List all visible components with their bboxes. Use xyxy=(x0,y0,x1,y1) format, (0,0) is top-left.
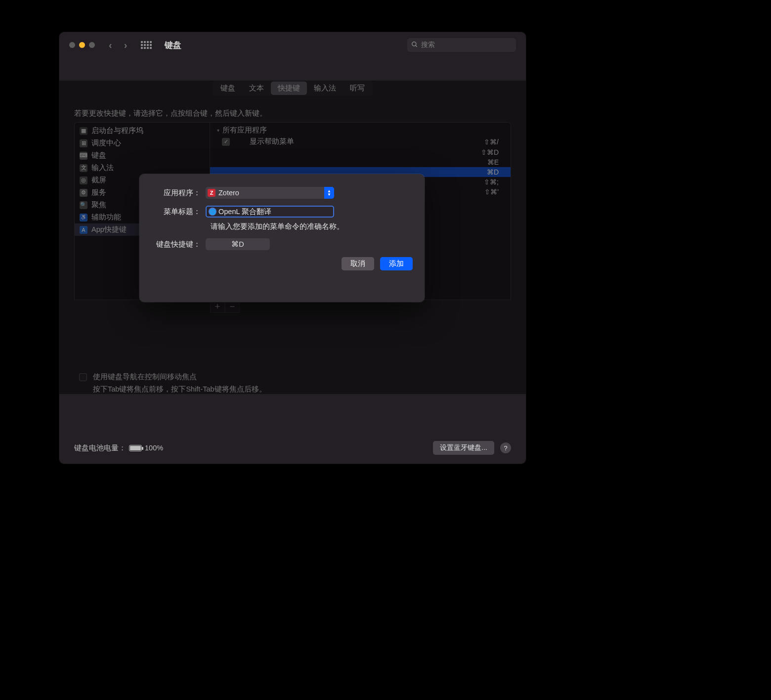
search-input[interactable]: 搜索 xyxy=(407,38,516,52)
bluetooth-keyboard-button[interactable]: 设置蓝牙键盘... xyxy=(433,441,494,455)
kb-nav-hint: 按下Tab键将焦点前移，按下Shift-Tab键将焦点后移。 xyxy=(93,385,511,394)
chevron-down-icon: ▾ xyxy=(217,128,219,133)
window-title: 键盘 xyxy=(165,40,181,51)
shortcut-value: ⌘D xyxy=(231,240,244,248)
battery-icon xyxy=(129,445,142,451)
sidebar-item-input[interactable]: 文输入法 xyxy=(75,162,210,174)
traffic-lights xyxy=(69,42,95,48)
table-row[interactable]: ⇧⌘D xyxy=(210,147,511,157)
table-header[interactable]: ▾所有应用程序 xyxy=(210,125,511,136)
show-all-icon[interactable] xyxy=(141,41,152,49)
tab-shortcuts[interactable]: 快捷键 xyxy=(271,82,307,95)
add-shortcut-dialog: 应用程序： Z Zotero ▲▼ 菜单标题： 🌐 OpenL 聚合翻译 请输入… xyxy=(139,174,425,302)
globe-icon: 🌐 xyxy=(209,208,216,216)
menu-title-label: 菜单标题： xyxy=(151,206,206,217)
search-icon xyxy=(411,41,418,49)
zoom-window-button[interactable] xyxy=(89,42,95,48)
svg-point-0 xyxy=(412,42,416,45)
back-button[interactable]: ‹ xyxy=(109,40,112,51)
instruction-text: 若要更改快捷键，请选择它，点按组合键，然后键入新键。 xyxy=(74,109,511,118)
battery-label: 键盘电池电量： xyxy=(74,443,126,453)
menu-title-value: OpenL 聚合翻译 xyxy=(218,207,271,217)
shortcut-label: 键盘快捷键： xyxy=(151,238,206,249)
updown-icon: ▲▼ xyxy=(324,187,334,199)
titlebar: ‹ › 键盘 搜索 xyxy=(59,32,526,58)
table-row[interactable]: ⌘E xyxy=(210,157,511,167)
tab-input[interactable]: 输入法 xyxy=(307,82,343,95)
tab-text[interactable]: 文本 xyxy=(242,82,271,95)
menu-title-input[interactable]: 🌐 OpenL 聚合翻译 xyxy=(206,206,334,218)
tab-bar: 键盘 文本 快捷键 输入法 听写 xyxy=(213,81,373,96)
tab-keyboard[interactable]: 键盘 xyxy=(214,82,242,95)
battery-pct: 100% xyxy=(145,444,163,452)
shortcut-input[interactable]: ⌘D xyxy=(206,238,270,250)
help-button[interactable]: ? xyxy=(500,442,511,453)
close-window-button[interactable] xyxy=(69,42,75,48)
kb-nav-checkbox-row[interactable]: 使用键盘导航在控制间移动焦点 xyxy=(79,372,511,382)
checkbox-icon[interactable]: ✓ xyxy=(222,138,230,146)
tab-dictation[interactable]: 听写 xyxy=(343,82,372,95)
search-placeholder: 搜索 xyxy=(421,41,435,49)
kb-nav-label: 使用键盘导航在控制间移动焦点 xyxy=(93,372,197,382)
sidebar-item-keyboard[interactable]: ⌨键盘 xyxy=(75,149,210,162)
zotero-icon: Z xyxy=(208,189,215,197)
checkbox[interactable] xyxy=(79,373,87,381)
sidebar-item-launchpad[interactable]: ▦启动台与程序坞 xyxy=(75,125,210,137)
bottom-bar: 键盘电池电量： 100% 设置蓝牙键盘... ? xyxy=(74,441,511,455)
app-label: 应用程序： xyxy=(151,187,206,198)
add-button[interactable]: 添加 xyxy=(380,257,413,270)
app-value: Zotero xyxy=(218,189,239,197)
cancel-button[interactable]: 取消 xyxy=(342,257,374,270)
menu-hint: 请输入您要添加的菜单命令的准确名称。 xyxy=(211,221,349,231)
table-row[interactable]: ✓显示帮助菜单⇧⌘/ xyxy=(210,136,511,147)
sidebar-item-mission[interactable]: ⊞调度中心 xyxy=(75,137,210,149)
forward-button[interactable]: › xyxy=(124,40,128,51)
nav-arrows: ‹ › xyxy=(109,40,127,51)
keyboard-nav-block: 使用键盘导航在控制间移动焦点 按下Tab键将焦点前移，按下Shift-Tab键将… xyxy=(74,372,511,394)
app-select[interactable]: Z Zotero ▲▼ xyxy=(206,187,334,199)
svg-line-1 xyxy=(416,45,417,46)
minimize-window-button[interactable] xyxy=(79,42,85,48)
